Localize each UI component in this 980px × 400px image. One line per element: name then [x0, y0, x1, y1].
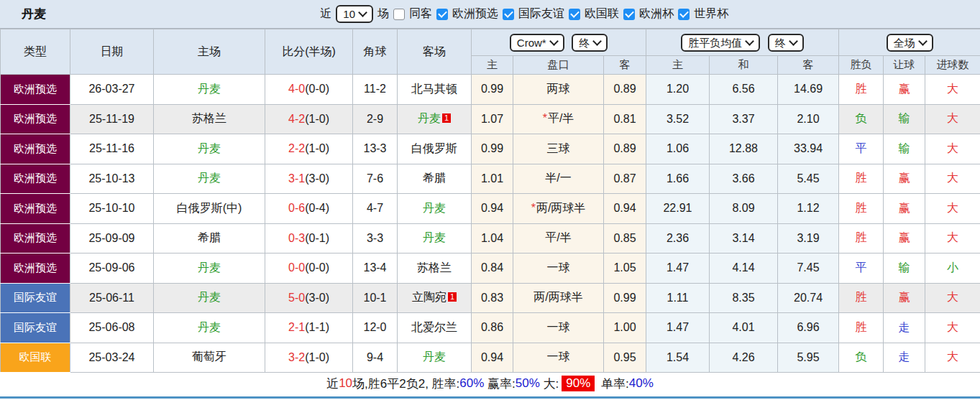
cell-away-team: 丹麦 [398, 223, 472, 254]
cell-score: 0-3(0-1) [265, 223, 353, 254]
league-label: 欧国联 [585, 6, 619, 22]
cell-avg-draw: 4.26 [710, 343, 778, 373]
summary-segment: 90% [562, 376, 595, 391]
recent-count-select[interactable]: 10 [336, 5, 373, 23]
summary-segment: 场,胜6平2负2, 胜率: [352, 376, 459, 392]
cell-handicap: 两/两球半 [513, 283, 604, 313]
half-time-score: (1-0) [305, 113, 329, 125]
cell-avg-away: 3.19 [778, 223, 839, 254]
cell-type: 欧洲预选 [1, 134, 70, 164]
cell-odds-home: 1.04 [472, 223, 513, 254]
cell-type: 欧洲预选 [1, 75, 70, 105]
table-row: 欧洲预选25-09-06丹麦0-0(0-0)13-4苏格兰0.84一球1.051… [1, 254, 980, 284]
handicap-text: 一球 [547, 261, 570, 274]
cell-handicap: 一球 [513, 254, 604, 284]
cell-goals: 大 [925, 164, 980, 194]
cell-handicap: 平/半 [513, 223, 604, 254]
cell-handicap-result: 输 [884, 254, 925, 284]
cell-odds-home: 0.94 [472, 194, 513, 224]
league-checkbox-4[interactable] [623, 9, 635, 20]
league-checkbox-3[interactable] [569, 9, 580, 20]
cell-avg-draw: 12.88 [710, 134, 778, 164]
away-team-name: 丹麦 [423, 202, 446, 214]
same-away-checkbox[interactable] [393, 9, 405, 20]
same-away-label: 同客 [409, 6, 432, 22]
cell-avg-draw: 8.09 [710, 194, 778, 224]
cell-home-team: 丹麦 [154, 164, 265, 194]
full-time-score: 4-2 [288, 113, 305, 125]
cell-type: 欧洲预选 [1, 254, 70, 284]
away-team-name: 丹麦 [423, 231, 446, 243]
cell-odds-away: 0.85 [604, 223, 646, 254]
summary-segment: 赢率: [484, 376, 515, 392]
handicap-text: 半/一 [545, 172, 571, 184]
cell-handicap-result: 走 [884, 343, 925, 373]
cell-avg-home: 1.66 [646, 164, 710, 194]
chevron-down-icon [358, 8, 367, 17]
col-header-handicap-result: 让球 [884, 56, 925, 75]
chevron-down-icon [549, 37, 559, 46]
away-team-name: 苏格兰 [417, 261, 452, 274]
topbar: 丹麦 近 10 场 同客 欧洲预选国际友谊欧国联欧洲杯世界杯 [0, 0, 980, 29]
cell-home-team: 葡萄牙 [154, 343, 265, 373]
table-row: 欧洲预选25-11-16丹麦2-2(1-0)13-3白俄罗斯0.99三球0.89… [1, 134, 980, 164]
cell-goals: 小 [925, 254, 980, 284]
cell-odds-away: 0.99 [604, 283, 646, 313]
chevron-down-icon [918, 37, 928, 46]
half-time-score: (3-0) [305, 292, 329, 304]
cell-corners: 7-6 [353, 164, 398, 194]
handicap-text: 两球 [547, 83, 570, 95]
away-team-name: 丹麦 [423, 350, 446, 363]
cell-date: 25-10-13 [70, 164, 154, 194]
bookmaker-period-select[interactable]: 终 [572, 34, 608, 52]
bookmaker-period-value: 终 [579, 36, 590, 50]
cell-score: 3-2(1-0) [265, 343, 353, 373]
cell-corners: 10-1 [353, 283, 398, 313]
cell-away-team: 丹麦 [398, 343, 472, 373]
handicap-text: 两/两球半 [533, 291, 582, 303]
away-team-name: 白俄罗斯 [411, 142, 457, 154]
away-team-name: 立陶宛 [412, 291, 447, 303]
cell-avg-draw: 4.01 [710, 313, 778, 343]
bookmaker-select[interactable]: Crow* [510, 34, 564, 52]
home-team-name: 丹麦 [198, 321, 221, 333]
cell-result: 负 [839, 343, 884, 373]
full-time-score: 2-1 [288, 321, 305, 333]
league-checkbox-1[interactable] [436, 9, 448, 20]
scope-group-header: 全场 [839, 29, 980, 56]
league-filters: 欧洲预选国际友谊欧国联欧洲杯世界杯 [436, 6, 728, 22]
home-team-name: 苏格兰 [192, 112, 226, 124]
star-icon: * [531, 202, 536, 214]
cell-score: 4-0(0-0) [265, 75, 353, 105]
cell-avg-home: 1.54 [646, 343, 710, 373]
star-icon: * [543, 112, 547, 124]
col-header-odds-away: 客 [604, 56, 646, 75]
cell-home-team: 丹麦 [154, 134, 265, 164]
half-time-score: (0-1) [305, 232, 329, 244]
cell-result: 胜 [839, 75, 884, 105]
cell-handicap: *平/半 [513, 104, 604, 134]
col-header-away: 客场 [398, 29, 472, 75]
full-time-score: 3-1 [288, 172, 305, 185]
chevron-down-icon [745, 37, 754, 46]
table-row: 欧洲预选26-03-27丹麦4-0(0-0)11-2北马其顿0.99两球0.89… [1, 75, 980, 105]
bottom-divider [0, 396, 980, 399]
cell-score: 2-1(1-1) [265, 313, 353, 343]
cell-corners: 4-7 [353, 194, 398, 224]
cell-home-team: 希腊 [154, 223, 265, 254]
full-time-score: 0-0 [288, 261, 305, 274]
avg-period-select[interactable]: 终 [768, 34, 804, 52]
scope-select[interactable]: 全场 [887, 34, 933, 52]
cell-avg-away: 1.12 [778, 194, 839, 224]
handicap-text: 三球 [547, 142, 570, 154]
cell-goals: 大 [925, 343, 980, 373]
table-row: 国际友谊25-06-08丹麦2-1(1-1)12-0北爱尔兰0.86一球1.00… [1, 313, 980, 343]
league-checkbox-5[interactable] [678, 9, 690, 20]
league-checkbox-2[interactable] [503, 9, 514, 20]
avg-odds-select[interactable]: 胜平负均值 [681, 34, 760, 52]
table-row: 欧洲预选25-10-13丹麦3-1(3-0)7-6希腊1.01半/一0.871.… [1, 164, 980, 194]
cell-handicap-result: 赢 [884, 283, 925, 313]
cell-odds-home: 0.99 [472, 75, 513, 105]
cell-result: 胜 [839, 223, 884, 254]
avg-period-value: 终 [775, 36, 786, 50]
